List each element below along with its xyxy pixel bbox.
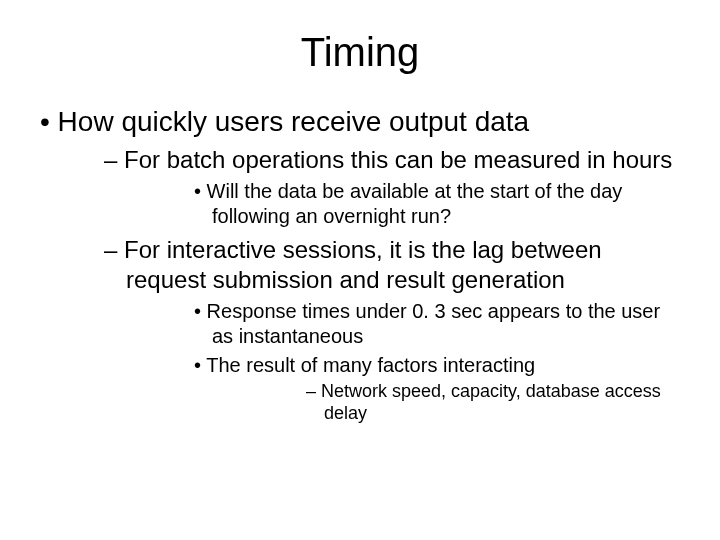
bullet-text: Network speed, capacity, database access…: [321, 381, 661, 424]
bullet-list: How quickly users receive output data Fo…: [40, 105, 680, 425]
slide-title: Timing: [40, 30, 680, 75]
bullet-lvl2: For interactive sessions, it is the lag …: [68, 235, 680, 425]
bullet-sublist: Network speed, capacity, database access…: [212, 380, 680, 425]
bullet-lvl2: For batch operations this can be measure…: [68, 145, 680, 229]
bullet-text: Will the data be available at the start …: [207, 180, 623, 227]
bullet-lvl1: How quickly users receive output data Fo…: [40, 105, 680, 425]
bullet-text: How quickly users receive output data: [58, 106, 530, 137]
bullet-lvl4: Network speed, capacity, database access…: [212, 380, 680, 425]
bullet-sublist: For batch operations this can be measure…: [68, 145, 680, 425]
bullet-sublist: Will the data be available at the start …: [126, 179, 680, 229]
bullet-text: The result of many factors interacting: [206, 354, 535, 376]
bullet-lvl3: Will the data be available at the start …: [126, 179, 680, 229]
bullet-text: For interactive sessions, it is the lag …: [124, 236, 602, 293]
bullet-lvl3: The result of many factors interacting N…: [126, 353, 680, 425]
bullet-sublist: Response times under 0. 3 sec appears to…: [126, 299, 680, 425]
slide: Timing How quickly users receive output …: [0, 0, 720, 540]
bullet-text: Response times under 0. 3 sec appears to…: [207, 300, 661, 347]
bullet-text: For batch operations this can be measure…: [124, 146, 672, 173]
bullet-lvl3: Response times under 0. 3 sec appears to…: [126, 299, 680, 349]
